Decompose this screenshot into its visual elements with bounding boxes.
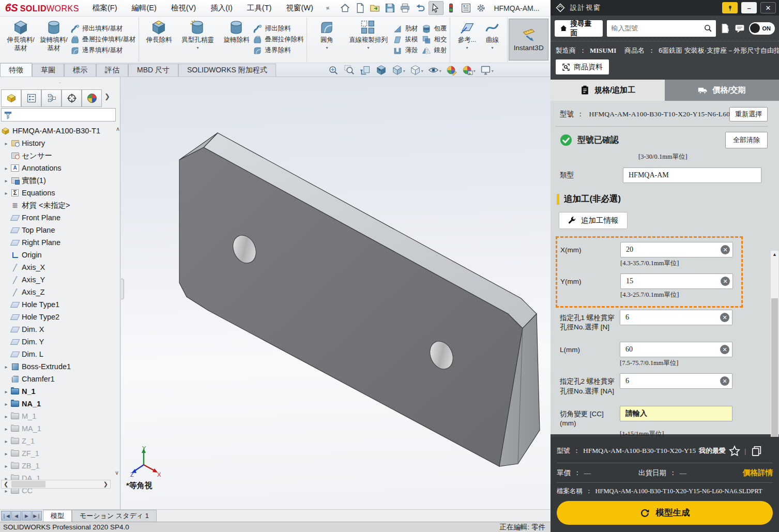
undo-icon[interactable] <box>414 2 427 14</box>
ribbon-tab[interactable]: SOLIDWORKS 附加程式 <box>178 64 276 77</box>
tree-item[interactable]: Right Plane <box>1 236 113 249</box>
edit-appearance-icon[interactable] <box>446 65 457 75</box>
instant3d-button[interactable]: Instant3D <box>509 19 548 60</box>
field-input[interactable] <box>620 242 733 257</box>
document-tab[interactable]: モーション スタディ 1 <box>72 510 157 522</box>
tree-item[interactable]: Chamfer1 <box>1 373 113 385</box>
rebuild-icon[interactable] <box>445 2 459 14</box>
expand-arrow-icon[interactable] <box>2 141 10 146</box>
shell-button[interactable]: 薄殼 <box>393 46 418 55</box>
field-input[interactable] <box>620 342 732 357</box>
tree-item[interactable]: Axis_X <box>1 261 113 273</box>
mirror-button[interactable]: 鏡射 <box>422 46 447 55</box>
tree-item[interactable]: Top Plane <box>1 224 113 236</box>
intersect-button[interactable]: 相交 <box>422 35 447 44</box>
tree-item[interactable]: Origin <box>1 249 113 261</box>
menu-pin-icon[interactable]: ✦ <box>318 0 337 16</box>
scrollbar-thumb[interactable] <box>11 481 45 488</box>
expand-arrow-icon[interactable] <box>2 190 10 196</box>
tree-item[interactable]: Dim. X <box>1 323 113 336</box>
feedback-bubble-icon[interactable] <box>735 23 745 34</box>
zoom-to-fit-icon[interactable] <box>328 65 339 75</box>
clear-field-icon[interactable]: ✕ <box>720 313 729 322</box>
menu-item[interactable]: 檢視(V) <box>165 1 202 16</box>
expand-arrow-icon[interactable] <box>2 426 10 432</box>
tab-spec-addwork[interactable]: 規格/追加工 <box>551 80 665 101</box>
close-button[interactable]: ✕ <box>760 2 776 13</box>
type-input[interactable] <box>623 168 761 183</box>
wrap-button[interactable]: 包覆 <box>422 24 447 34</box>
search-home-button[interactable]: 搜尋畫面 <box>555 20 603 37</box>
minimize-button[interactable]: – <box>741 2 757 13</box>
swept-boss-button[interactable]: 掃出填料/基材 <box>70 24 135 34</box>
prev-tab-icon[interactable]: ◀ <box>11 511 21 521</box>
tree-item[interactable]: 材質 <未指定> <box>1 199 113 211</box>
model-search-input[interactable] <box>607 20 716 37</box>
expand-arrow-icon[interactable] <box>2 165 10 171</box>
menu-item[interactable]: 工具(T) <box>241 1 278 16</box>
options-list-icon[interactable] <box>460 2 473 14</box>
tree-item[interactable]: Hole Type1 <box>1 298 113 311</box>
rib-button[interactable]: 肋材 <box>393 24 418 34</box>
tree-item[interactable]: Z_1 <box>1 435 113 447</box>
chamfer-input[interactable] <box>620 406 732 421</box>
price-detail-link[interactable]: 價格詳情 <box>743 468 773 478</box>
field-input[interactable] <box>620 273 733 289</box>
tree-scroll-down-icon[interactable]: ∨ <box>115 469 119 476</box>
reference-geometry-button[interactable]: 參考...▾ <box>453 18 480 62</box>
tab-price-delivery[interactable]: 價格/交期 <box>665 80 779 101</box>
boundary-boss-button[interactable]: 邊界填料/基材 <box>70 46 135 55</box>
tree-item[interactable]: ZF_1 <box>1 447 113 460</box>
menu-item[interactable]: 視窗(W) <box>280 1 319 16</box>
addwork-info-button[interactable]: 追加工情報 <box>559 212 628 229</box>
expand-arrow-icon[interactable] <box>2 389 10 394</box>
tree-item[interactable]: ZB_1 <box>1 460 113 472</box>
fillet-button[interactable]: 圓角▾ <box>310 18 343 62</box>
generate-model-button[interactable]: 模型生成 <box>557 501 773 525</box>
scroll-right-icon[interactable]: ❯ <box>101 481 110 488</box>
menu-item[interactable]: 插入(I) <box>204 1 239 16</box>
tree-item[interactable]: Dim. Y <box>1 336 113 348</box>
tree-item[interactable]: History <box>1 137 113 149</box>
tree-item[interactable]: MA_1 <box>1 422 113 435</box>
zoom-to-area-icon[interactable] <box>344 65 355 75</box>
extruded-cut-button[interactable]: 伸長除料 <box>142 18 175 62</box>
tab-dimxpertmanager[interactable] <box>62 89 82 107</box>
open-document-icon[interactable] <box>369 2 383 14</box>
scroll-left-icon[interactable]: ❮ <box>2 481 10 488</box>
graphics-viewport[interactable]: Y X Z *等角視 <box>121 77 551 509</box>
reselect-button[interactable]: 重新選擇 <box>729 107 768 121</box>
save-icon[interactable] <box>384 2 398 14</box>
lofted-cut-button[interactable]: 疊層拉伸除料 <box>253 35 303 44</box>
expand-arrow-icon[interactable] <box>2 414 10 419</box>
expand-arrow-icon[interactable] <box>2 451 10 457</box>
ribbon-tab[interactable]: 特徵 <box>0 63 32 77</box>
revolved-cut-button[interactable]: 旋轉除料 <box>220 18 253 62</box>
menu-item[interactable]: 編輯(E) <box>125 1 162 16</box>
tab-featuremanager[interactable] <box>1 89 21 107</box>
tree-item[interactable]: Dim. L <box>1 348 113 360</box>
tree-item[interactable]: Annotations <box>1 162 113 174</box>
panel-grip[interactable]: ◦ <box>0 80 120 85</box>
ribbon-tab[interactable]: 評估 <box>96 64 128 77</box>
scroll-up-icon[interactable]: ▲ <box>771 252 778 257</box>
last-tab-icon[interactable]: ▶❘ <box>32 511 42 521</box>
hole-wizard-button[interactable]: 異型孔精靈▾ <box>175 18 220 62</box>
tree-horizontal-scrollbar[interactable]: ❮ ❯ <box>1 480 111 489</box>
clear-field-icon[interactable]: ✕ <box>721 245 730 254</box>
tree-item[interactable]: Axis_Z <box>1 286 113 298</box>
home-icon[interactable] <box>339 2 353 14</box>
apply-scene-icon[interactable] <box>462 65 476 75</box>
expand-arrow-icon[interactable] <box>2 463 10 469</box>
expand-arrow-icon[interactable] <box>2 488 10 494</box>
ribbon-tab[interactable]: 草圖 <box>32 64 64 77</box>
next-tab-icon[interactable]: ▶ <box>22 511 32 521</box>
tab-configurationmanager[interactable] <box>41 89 62 107</box>
on-off-toggle[interactable]: ON <box>749 22 775 35</box>
tree-filter-field[interactable] <box>1 108 116 121</box>
expand-arrow-icon[interactable] <box>2 401 10 407</box>
tree-item[interactable]: 實體(1) <box>1 174 113 187</box>
ribbon-tab[interactable]: 標示 <box>64 64 96 77</box>
display-style-icon[interactable] <box>410 65 423 75</box>
revolved-boss-button[interactable]: 旋轉填料/基材 <box>37 18 70 62</box>
